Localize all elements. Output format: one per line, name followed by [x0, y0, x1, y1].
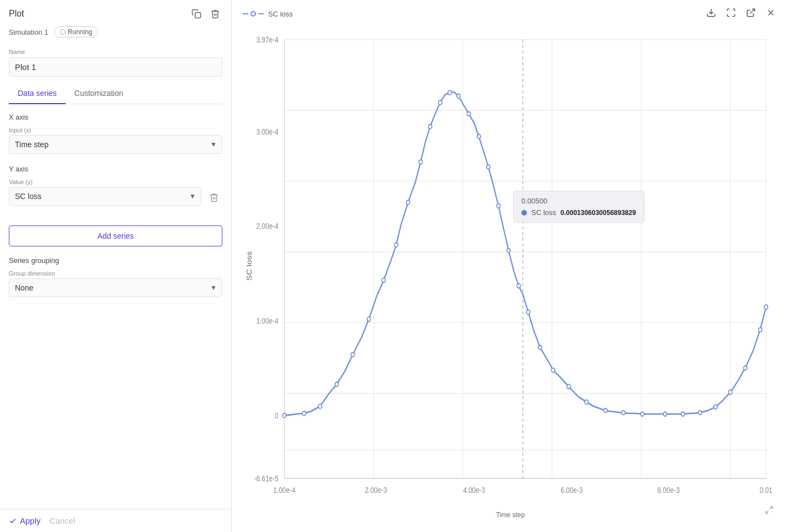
y-input-label: Value (y): [9, 179, 201, 185]
svg-point-54: [507, 249, 510, 253]
panel-header: Plot: [0, 0, 231, 24]
svg-text:3.97e-4: 3.97e-4: [256, 35, 278, 44]
tabs-row: Data series Customization: [9, 83, 222, 104]
svg-point-70: [758, 327, 761, 332]
expand-button[interactable]: [724, 7, 738, 21]
legend-circle-icon: [250, 11, 256, 17]
name-section: Name: [0, 44, 231, 83]
svg-text:8.00e-3: 8.00e-3: [658, 486, 680, 495]
y-axis-label: Y axis: [9, 165, 222, 173]
delete-button[interactable]: [208, 8, 222, 20]
svg-point-48: [448, 90, 451, 95]
cancel-button[interactable]: Cancel: [50, 516, 76, 525]
svg-point-37: [302, 411, 306, 416]
svg-text:1.00e-4: 1.00e-4: [273, 486, 295, 495]
x-axis-select-wrapper: Time step ▼: [9, 135, 222, 154]
group-dim-select-wrapper: None ▼: [9, 278, 222, 297]
svg-rect-0: [195, 13, 201, 18]
svg-text:6.00e-3: 6.00e-3: [561, 486, 583, 495]
group-dim-select[interactable]: None: [9, 278, 222, 297]
resize-icon[interactable]: [765, 506, 774, 517]
svg-point-42: [382, 278, 385, 282]
svg-text:0: 0: [275, 411, 279, 420]
panel-header-icons: [189, 8, 222, 20]
name-field-label: Name: [9, 49, 222, 55]
x-axis-select[interactable]: Time step: [9, 135, 222, 154]
name-input[interactable]: [9, 57, 222, 77]
svg-point-61: [604, 409, 607, 413]
download-button[interactable]: [704, 7, 718, 21]
svg-point-49: [457, 94, 460, 99]
legend-dash2-icon: [258, 13, 264, 14]
group-dim-label: Group dimension: [9, 270, 222, 277]
svg-point-45: [419, 160, 422, 164]
svg-point-69: [743, 366, 747, 370]
svg-point-51: [477, 135, 481, 139]
svg-point-50: [467, 112, 470, 116]
svg-text:1.00e-4: 1.00e-4: [256, 316, 278, 325]
left-panel: Plot Simulation 1 Running Name Data seri…: [0, 0, 232, 532]
x-axis-section: X axis Input (x) Time step ▼: [9, 113, 222, 154]
y-axis-section: Y axis Value (y) SC loss ▼: [9, 165, 222, 206]
svg-point-58: [551, 368, 555, 373]
y-series-delete-button[interactable]: [206, 189, 222, 206]
tab-data-series[interactable]: Data series: [9, 83, 66, 104]
y-series-row: Value (y) SC loss ▼: [9, 179, 222, 206]
svg-text:2.00e-3: 2.00e-3: [365, 486, 387, 495]
panel-footer: Apply Cancel: [0, 509, 231, 532]
x-axis-label: X axis: [9, 113, 222, 121]
svg-text:SC loss: SC loss: [245, 251, 253, 281]
panel-title: Plot: [9, 9, 24, 19]
apply-button[interactable]: Apply: [9, 516, 41, 525]
svg-text:-6.61e-5: -6.61e-5: [254, 474, 279, 483]
svg-point-44: [406, 200, 409, 205]
svg-point-55: [517, 284, 520, 288]
chart-legend: SC loss: [243, 10, 293, 18]
svg-point-71: [764, 305, 767, 309]
svg-text:2.00e-4: 2.00e-4: [256, 222, 278, 230]
y-axis-select[interactable]: SC loss: [9, 187, 201, 206]
chart-area: SC loss .grid-line { stroke: #e8e8e8; st…: [232, 0, 789, 532]
y-select-wrap: Value (y) SC loss ▼: [9, 179, 201, 206]
series-grouping-section: Series grouping Group dimension None ▼: [9, 256, 222, 297]
popout-button[interactable]: [744, 7, 758, 21]
legend-sc-loss: SC loss: [243, 10, 293, 18]
svg-point-52: [487, 165, 490, 169]
simulation-row: Simulation 1 Running: [0, 24, 231, 44]
svg-point-41: [367, 317, 370, 321]
status-dot-icon: [60, 29, 66, 35]
svg-point-46: [428, 125, 431, 129]
simulation-label: Simulation 1: [9, 28, 49, 36]
svg-line-2: [750, 9, 755, 13]
svg-point-59: [567, 384, 570, 389]
svg-point-43: [394, 243, 398, 247]
svg-text:4.00e-3: 4.00e-3: [463, 486, 485, 495]
legend-label: SC loss: [268, 10, 293, 18]
svg-point-67: [714, 405, 717, 409]
status-badge: Running: [54, 26, 99, 37]
tab-customization[interactable]: Customization: [66, 83, 132, 104]
x-axis-label: Time step: [496, 511, 525, 519]
chart-toolbar: [704, 7, 778, 21]
svg-point-39: [335, 382, 338, 386]
svg-point-65: [681, 412, 684, 416]
svg-point-40: [351, 352, 354, 357]
chart-container[interactable]: .grid-line { stroke: #e8e8e8; stroke-wid…: [243, 25, 778, 521]
svg-text:3.00e-4: 3.00e-4: [256, 127, 278, 136]
close-chart-button[interactable]: [764, 7, 778, 21]
add-series-button[interactable]: Add series: [9, 225, 222, 246]
svg-point-64: [663, 412, 667, 416]
svg-point-57: [539, 345, 542, 350]
svg-text:0.01: 0.01: [760, 486, 772, 495]
svg-point-47: [439, 100, 442, 105]
svg-point-62: [622, 411, 625, 415]
svg-point-60: [585, 400, 588, 404]
svg-point-63: [641, 412, 644, 416]
svg-point-56: [526, 310, 530, 314]
copy-button[interactable]: [189, 8, 204, 20]
svg-point-36: [282, 413, 286, 418]
chart-top-bar: SC loss: [243, 7, 778, 21]
svg-point-53: [497, 204, 500, 208]
x-input-label: Input (x): [9, 127, 222, 133]
svg-point-68: [729, 390, 732, 394]
